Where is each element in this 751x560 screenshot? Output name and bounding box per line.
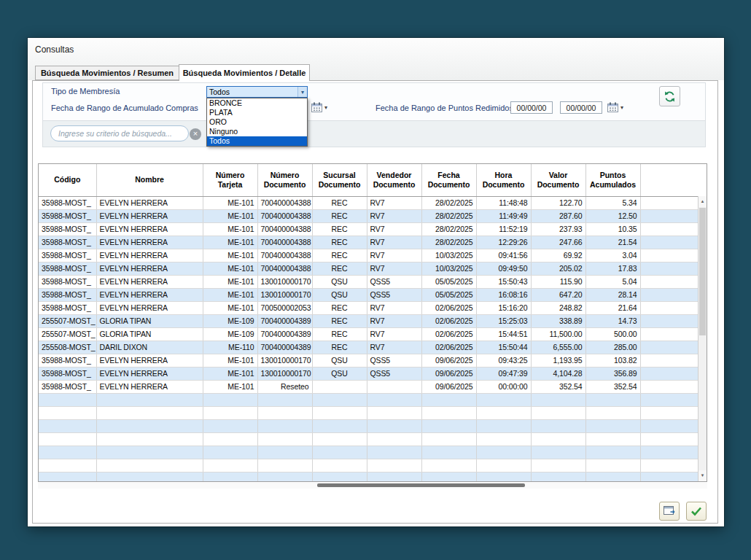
table-row[interactable] — [39, 446, 707, 459]
table-row[interactable]: 35988-MOST_ EVELYN HERRERA ME-101 700500… — [39, 301, 707, 314]
redeemed-from-input[interactable] — [510, 101, 553, 114]
export-button[interactable] — [659, 502, 680, 521]
table-row[interactable] — [39, 472, 707, 482]
dropdown-option-todos[interactable]: Todos — [207, 136, 307, 146]
col-header-numero-tarjeta[interactable]: Número Tarjeta — [203, 164, 257, 196]
vertical-scrollbar-thumb[interactable] — [699, 208, 706, 335]
tab-busqueda-movimientos-resumen[interactable]: Búsqueda Movimientos / Resumen — [35, 66, 179, 80]
tab-busqueda-movimientos-detalle[interactable]: Búsqueda Movimientos / Detalle — [179, 64, 310, 81]
check-icon — [690, 506, 702, 516]
membership-type-label: Tipo de Membresía — [51, 87, 120, 96]
consultas-window: Consultas Búsqueda Movimientos / Resumen… — [28, 38, 724, 526]
dropdown-option-plata[interactable]: PLATA — [207, 108, 307, 117]
table-row[interactable] — [39, 393, 707, 406]
filter-panel — [42, 82, 706, 121]
horizontal-scrollbar[interactable] — [38, 482, 707, 489]
col-header-hora-documento[interactable]: Hora Documento — [476, 164, 531, 196]
table-header-row: Código Nombre Número Tarjeta Número Docu… — [39, 164, 707, 196]
table-row[interactable]: 255507-MOST_ GLORIA TIPAN ME-109 7004000… — [39, 314, 707, 327]
table-row[interactable]: 35988-MOST_ EVELYN HERRERA ME-101 130010… — [39, 275, 707, 288]
scroll-down-icon[interactable]: ▼ — [699, 470, 707, 481]
scroll-up-icon[interactable]: ▲ — [699, 196, 707, 207]
search-bar: × — [42, 121, 706, 147]
desktop-background: Consultas Búsqueda Movimientos / Resumen… — [0, 0, 751, 560]
accept-button[interactable] — [686, 502, 707, 521]
table-row[interactable]: 35988-MOST_ EVELYN HERRERA ME-101 700400… — [39, 249, 707, 262]
col-header-filler — [640, 164, 707, 196]
table-row[interactable]: 255507-MOST_ GLORIA TIPAN ME-109 7004000… — [39, 327, 707, 341]
col-header-codigo[interactable]: Código — [39, 164, 96, 196]
col-header-vendedor-documento[interactable]: Vendedor Documento — [367, 164, 421, 196]
col-header-nombre[interactable]: Nombre — [96, 164, 203, 196]
membership-combobox-value: Todos — [207, 87, 297, 97]
accumulated-purchases-range-label: Fecha de Rango de Acumulado Compras — [51, 104, 198, 112]
table-row[interactable]: 35988-MOST_ EVELYN HERRERA ME-101 130010… — [39, 288, 707, 301]
export-icon — [664, 506, 676, 516]
calendar-icon — [607, 102, 618, 112]
table-row[interactable]: 35988-MOST_ EVELYN HERRERA ME-101 130010… — [39, 367, 707, 380]
refresh-icon — [664, 90, 676, 103]
vertical-scrollbar[interactable]: ▲ ▼ — [698, 196, 707, 481]
table-row[interactable]: 35988-MOST_ EVELYN HERRERA ME-101 700400… — [39, 196, 707, 209]
dropdown-option-ninguno[interactable]: Ninguno — [207, 127, 307, 136]
col-header-valor-documento[interactable]: Valor Documento — [531, 164, 585, 196]
col-header-puntos-acumulados[interactable]: Puntos Acumulados — [585, 164, 640, 196]
table-row[interactable]: 35988-MOST_ EVELYN HERRERA ME-101 700400… — [39, 262, 707, 275]
redeemed-to-input[interactable] — [560, 101, 602, 114]
table-row[interactable] — [39, 406, 707, 419]
close-icon: × — [193, 129, 198, 138]
window-title: Consultas — [35, 44, 74, 55]
dropdown-option-bronce[interactable]: BRONCE — [207, 98, 307, 108]
redeemed-calendar-picker[interactable]: ▾ — [607, 102, 623, 112]
results-table: Código Nombre Número Tarjeta Número Docu… — [39, 164, 707, 482]
refresh-button[interactable] — [659, 86, 680, 106]
tab-label: Búsqueda Movimientos / Detalle — [183, 69, 306, 77]
table-row[interactable]: 35988-MOST_ EVELYN HERRERA ME-101 700400… — [39, 222, 707, 236]
table-body: 35988-MOST_ EVELYN HERRERA ME-101 700400… — [39, 196, 707, 482]
table-row[interactable] — [39, 419, 707, 432]
col-header-sucursal-documento[interactable]: Sucursal Documento — [312, 164, 367, 196]
tab-label: Búsqueda Movimientos / Resumen — [41, 69, 174, 77]
col-header-fecha-documento[interactable]: Fecha Documento — [421, 164, 476, 196]
dropdown-option-oro[interactable]: ORO — [207, 117, 307, 127]
table-row[interactable]: 35988-MOST_ EVELYN HERRERA ME-101 130010… — [39, 354, 707, 367]
col-header-numero-documento[interactable]: Número Documento — [257, 164, 312, 196]
membership-dropdown-list: BRONCE PLATA ORO Ninguno Todos — [206, 98, 308, 147]
calendar-icon — [311, 102, 322, 112]
horizontal-scrollbar-thumb[interactable] — [317, 483, 525, 487]
redeemed-points-range-label: Fecha de Rango de Puntos Redimidos — [376, 104, 513, 112]
search-input[interactable] — [50, 125, 189, 141]
membership-combobox[interactable]: Todos ▾ — [206, 86, 308, 98]
chevron-down-icon: ▾ — [324, 104, 327, 111]
chevron-down-icon[interactable]: ▾ — [297, 87, 307, 97]
accumulated-calendar-picker[interactable]: ▾ — [311, 102, 327, 112]
table-row[interactable]: 255508-MOST_ DARIL DIXON ME-110 70040000… — [39, 341, 707, 354]
chevron-down-icon: ▾ — [620, 104, 623, 111]
table-row[interactable]: 35988-MOST_ EVELYN HERRERA ME-101 Resete… — [39, 380, 707, 393]
clear-search-button[interactable]: × — [190, 128, 201, 140]
table-row[interactable]: 35988-MOST_ EVELYN HERRERA ME-101 700400… — [39, 236, 707, 249]
table-row[interactable] — [39, 432, 707, 446]
table-row[interactable]: 35988-MOST_ EVELYN HERRERA ME-101 700400… — [39, 209, 707, 222]
results-grid: Código Nombre Número Tarjeta Número Docu… — [38, 163, 707, 482]
table-row[interactable] — [39, 459, 707, 472]
